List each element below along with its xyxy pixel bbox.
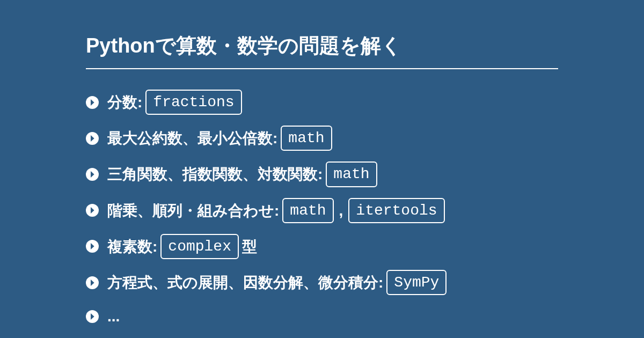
list-item-label: 最大公約数、最小公倍数: (107, 128, 277, 149)
list-item-label: ... (107, 306, 120, 327)
code-tag: math (281, 126, 332, 151)
list-item-content: ... (107, 306, 120, 327)
list-item-suffix: 型 (242, 236, 257, 257)
list-item-label: 階乗、順列・組み合わせ: (107, 200, 279, 221)
list-item: 最大公約数、最小公倍数:math (86, 126, 558, 151)
code-tag: math (326, 161, 377, 187)
list-item: ... (86, 306, 558, 327)
list-item-label: 複素数: (107, 236, 157, 257)
chevron-right-icon (86, 310, 99, 323)
list-item: 方程式、式の展開、因数分解、微分積分:SymPy (86, 270, 558, 295)
page-title: Pythonで算数・数学の問題を解く (86, 32, 558, 69)
list-item-content: 方程式、式の展開、因数分解、微分積分:SymPy (107, 270, 450, 295)
chevron-right-icon (86, 240, 99, 253)
separator: , (339, 200, 343, 221)
list-item: 分数:fractions (86, 90, 558, 115)
list-item-label: 分数: (107, 92, 142, 113)
list-item: 複素数:complex型 (86, 234, 558, 259)
list-item-content: 分数:fractions (107, 90, 245, 115)
list-item-label: 三角関数、指数関数、対数関数: (107, 164, 323, 185)
chevron-right-icon (86, 96, 99, 109)
chevron-right-icon (86, 168, 99, 181)
code-tag: math (282, 198, 333, 223)
list-item-content: 階乗、順列・組み合わせ:math,itertools (107, 198, 448, 223)
list-item-content: 三角関数、指数関数、対数関数:math (107, 161, 380, 187)
list-item: 階乗、順列・組み合わせ:math,itertools (86, 198, 558, 223)
chevron-right-icon (86, 276, 99, 289)
chevron-right-icon (86, 204, 99, 217)
list-item-content: 複素数:complex型 (107, 234, 257, 259)
code-tag: itertools (348, 198, 444, 223)
code-tag: fractions (145, 90, 241, 115)
code-tag: complex (160, 234, 239, 259)
code-tag: SymPy (386, 270, 447, 295)
list-item: 三角関数、指数関数、対数関数:math (86, 161, 558, 187)
list-item-content: 最大公約数、最小公倍数:math (107, 126, 335, 151)
list-item-label: 方程式、式の展開、因数分解、微分積分: (107, 272, 383, 293)
chevron-right-icon (86, 132, 99, 145)
topic-list: 分数:fractions最大公約数、最小公倍数:math三角関数、指数関数、対数… (86, 90, 558, 327)
